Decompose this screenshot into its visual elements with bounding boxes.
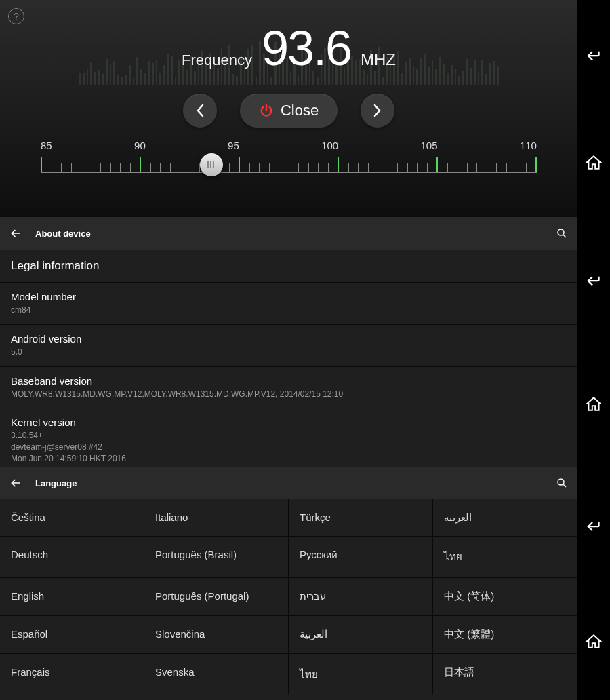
home-icon [585,633,603,650]
language-option[interactable]: 中文 (简体) [433,578,577,616]
home-button[interactable] [585,395,603,413]
info-label: Android version [11,333,567,345]
nav-sidebar [577,467,610,700]
info-row[interactable]: Kernel version3.10.54+ devteam-j@server0… [0,408,577,473]
language-option[interactable]: Português (Portugal) [144,578,289,616]
chevron-left-icon [195,104,205,117]
language-option[interactable]: Čeština [0,499,144,537]
frequency-display: Frequency 93.6 MHZ [0,20,577,76]
about-header: About device [0,217,577,250]
frequency-scale[interactable]: 859095100105110 [41,140,537,173]
scale-label: 85 [41,140,52,151]
scale-label: 100 [321,140,338,151]
frequency-unit: MHZ [361,50,396,69]
info-row[interactable]: Model numbercm84 [0,283,577,325]
close-button[interactable]: Close [240,94,338,128]
back-icon [585,45,603,63]
nav-sidebar [577,0,610,217]
nav-sidebar [577,217,610,467]
about-panel: About device Legal information Model num… [0,217,577,467]
language-option[interactable]: Русский [289,537,433,578]
scale-label: 90 [134,140,146,151]
scale-label: 95 [228,140,239,151]
info-label: Kernel version [11,416,567,428]
back-button[interactable] [585,45,603,63]
language-option[interactable]: English [0,578,144,616]
language-option[interactable]: العربية [289,616,433,654]
info-row[interactable]: Android version5.0 [0,325,577,367]
scale-label: 105 [421,140,438,151]
about-header-title: About device [35,229,542,239]
home-button[interactable] [585,633,603,650]
svg-point-1 [558,479,564,485]
home-icon [585,395,603,413]
home-button[interactable] [585,154,603,172]
info-value: 5.0 [11,347,567,358]
frequency-label: Frequency [182,52,252,69]
language-option[interactable]: ไทย [289,654,433,695]
language-option[interactable]: 日本語 [433,654,577,695]
back-arrow-button[interactable] [9,477,22,489]
chevron-right-icon [373,104,382,117]
search-button[interactable] [556,477,568,489]
info-value: MOLY.WR8.W1315.MD.WG.MP.V12,MOLY.WR8.W13… [11,389,567,400]
language-option[interactable]: العربية [433,499,577,537]
prev-button[interactable] [183,94,217,128]
back-arrow-button[interactable] [9,227,22,239]
language-option[interactable]: Italiano [144,499,289,537]
language-option[interactable]: Español [0,616,144,654]
back-icon [585,271,603,288]
arrow-left-icon [9,227,22,239]
svg-point-0 [558,229,564,235]
radio-panel: ? Frequency 93.6 MHZ Close 8590951001051… [0,0,577,217]
legal-info-link[interactable]: Legal information [0,250,577,283]
search-icon [556,477,568,489]
language-option[interactable]: Slovenčina [144,616,289,654]
scale-label: 110 [520,140,537,151]
language-option[interactable]: Türkçe [289,499,433,537]
search-button[interactable] [556,227,568,239]
info-row[interactable]: Baseband versionMOLY.WR8.W1315.MD.WG.MP.… [0,367,577,409]
info-value: 3.10.54+ devteam-j@server08 #42 Mon Jun … [11,430,567,464]
info-label: Baseband version [11,375,567,387]
language-option[interactable]: ไทย [433,537,577,578]
language-header-title: Language [35,478,542,488]
back-icon [585,516,603,534]
close-label: Close [281,102,319,119]
home-icon [585,154,603,172]
power-icon [259,103,274,118]
next-button[interactable] [361,94,394,128]
language-option[interactable]: Svenska [144,654,289,695]
language-panel: Language ČeštinaItalianoTürkçeالعربيةDeu… [0,467,577,700]
language-option[interactable]: Deutsch [0,537,144,578]
frequency-value: 93.6 [262,20,351,76]
language-option[interactable]: 中文 (繁體) [433,616,577,654]
language-option[interactable]: עברית [289,578,433,616]
back-button[interactable] [585,516,603,534]
search-icon [556,227,568,239]
info-value: cm84 [11,305,567,316]
back-button[interactable] [585,271,603,288]
language-option[interactable]: Français [0,654,144,695]
info-label: Model number [11,291,567,303]
language-header: Language [0,467,577,499]
arrow-left-icon [9,477,22,489]
tuner-knob[interactable] [200,153,223,176]
language-option[interactable]: Português (Brasil) [144,537,289,578]
